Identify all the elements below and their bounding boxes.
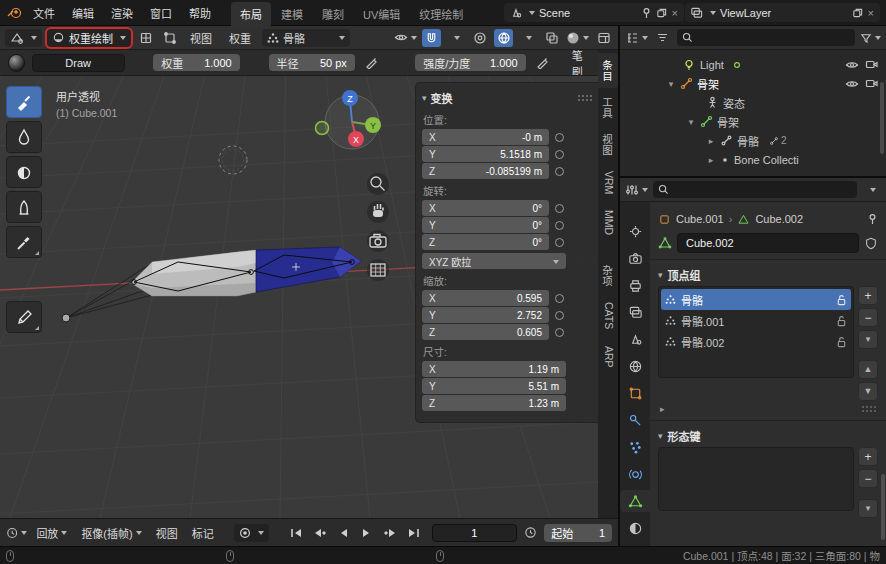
properties-options-dropdown[interactable] [862, 181, 881, 199]
remove-shape-key-button[interactable]: − [858, 469, 878, 488]
menu-markers[interactable]: 标记 [187, 525, 219, 541]
play-reverse-button[interactable] [333, 524, 353, 542]
tool-annotate[interactable] [6, 301, 42, 333]
tool-sample-weight[interactable] [6, 226, 42, 258]
radius-slider[interactable]: 半径50 px [269, 54, 355, 71]
outliner-row-bone-collection[interactable]: ▸ Bone Collecti [620, 150, 886, 169]
tool-draw[interactable] [6, 86, 42, 118]
menu-keying[interactable]: 抠像(插帧) [76, 525, 146, 541]
disclosure-triangle[interactable]: ▸ [706, 155, 716, 165]
scale-y-field[interactable]: Y2.752 [422, 307, 549, 323]
bone-root-ball[interactable] [62, 314, 70, 322]
snap-toggle[interactable] [422, 29, 441, 47]
vertex-groups-panel-header[interactable]: ▾ 顶点组 [658, 263, 878, 286]
next-keyframe-button[interactable] [381, 524, 401, 542]
lock-open-icon[interactable] [836, 336, 847, 348]
tab-object-data[interactable] [620, 490, 650, 512]
paint-mask-toggle[interactable] [136, 29, 155, 47]
proportional-edit-toggle[interactable] [470, 29, 489, 47]
remove-vertex-group-button[interactable]: − [858, 308, 878, 327]
strength-slider[interactable]: 强度/力度1.000 [415, 54, 525, 71]
pin-icon[interactable] [641, 7, 652, 19]
scale-z-field[interactable]: Z0.605 [422, 324, 549, 340]
disclosure-triangle[interactable]: ▸ [706, 136, 716, 146]
jump-to-start-button[interactable] [286, 524, 306, 542]
outliner-scrollbar[interactable] [880, 82, 884, 154]
menu-window[interactable]: 窗口 [142, 2, 180, 24]
weight-slider[interactable]: 权重1.000 [153, 54, 239, 71]
viewlayer-selector[interactable]: ViewLayer × [685, 3, 880, 22]
xray-toggle[interactable] [542, 29, 561, 47]
side-tab-cats[interactable]: CATS [598, 295, 618, 336]
menu-playback[interactable]: 回放 [31, 525, 72, 541]
decorator-icon[interactable] [552, 308, 566, 322]
eye-icon[interactable] [845, 59, 859, 71]
menu-edit[interactable]: 编辑 [64, 2, 102, 24]
drag-handle-icon[interactable] [577, 94, 592, 102]
camera-icon[interactable] [865, 59, 878, 70]
location-z-field[interactable]: Z-0.085199 m [422, 163, 549, 179]
menu-view[interactable]: 视图 [184, 30, 218, 46]
tab-render[interactable] [622, 247, 648, 269]
visibility-dropdown[interactable] [394, 29, 417, 47]
disclosure-triangle[interactable]: ▾ [686, 117, 696, 127]
add-shape-key-button[interactable]: + [858, 447, 878, 466]
eye-icon[interactable] [845, 78, 859, 90]
mode-dropdown[interactable]: 权重绘制 [47, 29, 131, 47]
radius-pressure-toggle[interactable] [362, 54, 381, 72]
workspace-tab-uv[interactable]: UV编辑 [354, 2, 409, 26]
decorator-icon[interactable] [552, 147, 566, 161]
decorator-icon[interactable] [552, 235, 566, 249]
frame-start-field[interactable]: 起始1 [544, 524, 612, 542]
outliner-row-armature-object[interactable]: ▾ 骨架 [620, 74, 886, 93]
workspace-tab-texturepaint[interactable]: 纹理绘制 [410, 2, 472, 26]
editor-type-dropdown[interactable] [5, 29, 42, 47]
tab-modifiers[interactable] [622, 409, 648, 431]
decorator-icon[interactable] [552, 218, 566, 232]
decorator-icon[interactable] [552, 201, 566, 215]
shape-keys-panel-header[interactable]: ▾ 形态键 [658, 424, 878, 447]
dimensions-y-field[interactable]: Y5.51 m [422, 378, 566, 394]
menu-help[interactable]: 帮助 [181, 2, 219, 24]
vertex-group-row[interactable]: 骨骼.002 [661, 331, 851, 352]
strength-pressure-toggle[interactable] [533, 54, 552, 72]
prev-keyframe-button[interactable] [310, 524, 330, 542]
region-options-button[interactable] [594, 29, 613, 47]
shading-dropdown[interactable] [566, 29, 589, 47]
pin-icon[interactable] [867, 213, 878, 225]
breadcrumb-data[interactable]: Cube.002 [755, 213, 803, 225]
decorator-icon[interactable] [552, 164, 566, 178]
dimensions-x-field[interactable]: X1.19 m [422, 361, 566, 377]
breadcrumb-object[interactable]: Cube.001 [676, 213, 724, 225]
outliner-search-input[interactable] [677, 29, 855, 46]
workspace-tab-modeling[interactable]: 建模 [272, 2, 312, 26]
workspace-tab-sculpting[interactable]: 雕刻 [313, 2, 353, 26]
tool-blur[interactable] [6, 121, 42, 153]
shape-key-list[interactable] [658, 447, 854, 511]
side-tab-item[interactable]: 条目 [598, 53, 618, 88]
play-button[interactable] [357, 524, 377, 542]
outliner-row-light[interactable]: Light [620, 55, 886, 74]
auto-keying-record-button[interactable] [234, 524, 269, 542]
properties-search-input[interactable] [653, 181, 857, 198]
snap-dropdown[interactable] [446, 29, 465, 47]
location-y-field[interactable]: Y5.1518 m [422, 146, 549, 162]
vertex-mask-toggle[interactable] [160, 29, 179, 47]
timeline-editor-dropdown[interactable] [6, 524, 27, 542]
brush-preview[interactable] [8, 54, 25, 72]
properties-editor-dropdown[interactable] [625, 181, 648, 199]
list-filter-row[interactable]: ▸ [658, 401, 878, 417]
properties-scrollbar[interactable] [881, 474, 885, 540]
lock-open-icon[interactable] [836, 315, 847, 327]
outliner-row-pose[interactable]: 姿态 [620, 93, 886, 112]
menu-render[interactable]: 渲染 [103, 2, 141, 24]
panel-collapse-icon[interactable]: ▾ [422, 93, 427, 103]
copy-icon[interactable] [656, 7, 667, 19]
vertex-group-row[interactable]: 骨骼.001 [661, 310, 851, 331]
rotation-x-field[interactable]: X0° [422, 200, 549, 216]
jump-to-end-button[interactable] [404, 524, 424, 542]
move-down-button[interactable]: ▼ [858, 382, 878, 401]
tab-world[interactable] [622, 355, 648, 377]
tab-output[interactable] [622, 274, 648, 296]
tab-material[interactable] [622, 517, 648, 539]
